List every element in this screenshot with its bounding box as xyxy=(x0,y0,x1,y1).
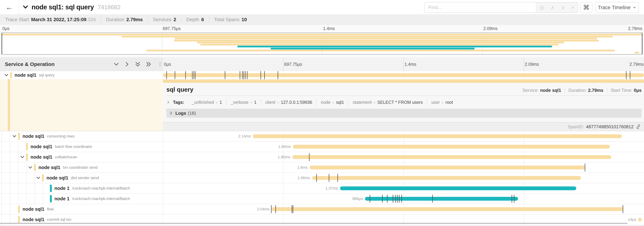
span-row[interactable]: node sql1sql query xyxy=(0,71,644,79)
minimap-right-scrubber[interactable] xyxy=(642,33,642,54)
span-bar-cell[interactable] xyxy=(163,71,644,79)
span-row[interactable]: node sql1batch flow coordinator1.84ms xyxy=(0,142,644,152)
tags-row[interactable]: Tags: _unfinished=1_verbose=1client=127.… xyxy=(166,98,642,106)
tag-item[interactable]: node=sql1 xyxy=(321,100,344,105)
log-marker xyxy=(271,205,272,213)
timeline-gridline xyxy=(524,194,524,204)
span-duration-label: 2.04ms xyxy=(257,207,270,211)
minimap-row xyxy=(2,42,642,43)
span-bar-cell[interactable]: 886μs xyxy=(163,194,644,204)
span-bar[interactable] xyxy=(340,186,576,190)
horizontal-scrollbar[interactable] xyxy=(0,223,627,224)
span-bar[interactable] xyxy=(312,176,581,180)
tag-item[interactable]: client=127.0.0.1:59936 xyxy=(265,100,312,105)
log-marker xyxy=(276,205,276,213)
span-tree-cell[interactable]: node sql1flow xyxy=(0,204,163,214)
span-row[interactable]: node 1/cockroach.roachpb.Internal/Batch8… xyxy=(0,194,644,204)
tree-guide xyxy=(2,162,2,172)
span-tree-cell[interactable]: node 1/cockroach.roachpb.Internal/Batch xyxy=(0,183,163,193)
span-tree-cell[interactable]: node 1/cockroach.roachpb.Internal/Batch xyxy=(0,194,163,204)
logs-row[interactable]: Logs (18) xyxy=(166,109,642,118)
collapse-span-chevron-icon[interactable] xyxy=(20,155,24,159)
copy-link-icon[interactable] xyxy=(636,124,641,129)
back-button[interactable]: ← xyxy=(0,0,19,14)
span-tree-content: node sql1consuming rows xyxy=(12,131,74,141)
span-bar[interactable] xyxy=(310,166,586,169)
minimap-row xyxy=(2,38,642,39)
span-bar[interactable] xyxy=(293,145,610,149)
tag-item[interactable]: _verbose=1 xyxy=(231,100,256,105)
log-marker xyxy=(395,195,396,203)
span-bar[interactable] xyxy=(638,218,642,221)
collapse-trace-chevron-icon[interactable] xyxy=(22,4,28,10)
span-row[interactable]: node 1/cockroach.roachpb.Internal/Batch1… xyxy=(0,183,644,194)
divider xyxy=(565,88,565,93)
minimap-canvas[interactable] xyxy=(2,33,642,55)
column-resize-grip[interactable] xyxy=(159,62,161,67)
collapse-span-chevron-icon[interactable] xyxy=(12,134,17,138)
span-bar-cell[interactable]: 2.14ms xyxy=(163,131,644,141)
tag-item[interactable]: user=root xyxy=(431,100,453,105)
collapse-span-chevron-icon[interactable] xyxy=(4,73,9,77)
span-bar[interactable] xyxy=(292,155,611,159)
span-bar-cell[interactable]: 1.85ms xyxy=(163,152,644,162)
span-duration-label: 2.14ms xyxy=(238,134,251,138)
span-bar-cell[interactable]: 1.56ms xyxy=(163,173,644,183)
collapse-span-chevron-icon[interactable] xyxy=(36,176,40,180)
span-row[interactable]: node sql1txn coordinator send1.6ms xyxy=(0,162,644,173)
span-tree-cell[interactable]: node sql1sql query xyxy=(0,71,163,79)
divider xyxy=(316,99,317,106)
log-marker xyxy=(630,71,630,79)
span-tree-cell[interactable]: node sql1consuming rows xyxy=(0,131,163,141)
minimap-left-scrubber[interactable] xyxy=(2,33,2,54)
trace-timeline-menu-button[interactable]: Trace Timeline xyxy=(595,2,639,13)
tag-item[interactable]: statement=SELECT * FROM users xyxy=(353,100,423,105)
span-bar[interactable] xyxy=(253,134,622,138)
span-bar-cell[interactable]: 2.04ms xyxy=(163,204,644,214)
expand-all-icon[interactable] xyxy=(146,61,152,67)
log-marker xyxy=(244,71,244,79)
collapse-all-icon[interactable] xyxy=(135,61,141,67)
axis-tick: 0μs xyxy=(164,62,171,67)
span-row[interactable]: node sql1consuming rows2.14ms xyxy=(0,131,644,142)
span-tree-cell[interactable]: node sql1txn coordinator send xyxy=(0,162,163,172)
span-row[interactable]: node sql1colbatchscan1.85ms xyxy=(0,152,644,162)
span-operation-name: consuming rows xyxy=(47,134,74,138)
keyboard-shortcuts-button[interactable]: ⌘ xyxy=(580,2,592,13)
span-detail-panel: sql query Service: node sql1 Duration: 2… xyxy=(163,79,644,131)
selected-span-bar[interactable] xyxy=(163,80,644,83)
span-bar-cell[interactable]: 1.37ms xyxy=(163,183,644,193)
next-match-icon[interactable]: ∨ xyxy=(561,5,565,10)
span-tree-cell[interactable]: node sql1colbatchscan xyxy=(0,152,163,162)
log-marker xyxy=(401,195,402,203)
clear-find-icon[interactable]: × xyxy=(572,5,575,10)
find-input[interactable] xyxy=(424,3,536,13)
log-marker xyxy=(309,153,310,161)
span-bar[interactable] xyxy=(163,73,644,77)
span-bar-cell[interactable]: 1.84ms xyxy=(163,142,644,152)
minimap-row xyxy=(2,50,642,51)
span-row[interactable]: node sql1flow2.04ms xyxy=(0,204,644,214)
timeline-header-row: Service & Operation 0μs 697.75μs 1.4ms 2… xyxy=(0,57,644,71)
span-tree-cell[interactable]: node sql1batch flow coordinator xyxy=(0,142,163,152)
span-bar[interactable] xyxy=(365,197,518,201)
minimap-row xyxy=(2,34,642,35)
span-bar[interactable] xyxy=(272,207,623,211)
prev-match-icon[interactable]: ∧ xyxy=(550,5,554,10)
span-bar-cell[interactable]: 1.6ms xyxy=(163,162,644,172)
equals-sign: = xyxy=(277,101,279,105)
span-tree-cell[interactable]: node sql1dist sender send xyxy=(0,173,163,183)
collapse-one-icon[interactable] xyxy=(113,61,119,67)
tree-guide xyxy=(2,173,2,183)
tree-guide xyxy=(10,162,10,172)
divider xyxy=(101,17,101,22)
tree-guide xyxy=(26,173,27,183)
expand-one-icon[interactable] xyxy=(124,61,130,67)
collapse-span-chevron-icon[interactable] xyxy=(28,165,32,170)
match-locate-icon[interactable]: ◎ xyxy=(539,5,544,10)
tag-item[interactable]: _unfinished=1 xyxy=(192,100,222,105)
tree-guide xyxy=(18,162,18,172)
tree-guide xyxy=(10,152,10,162)
span-row[interactable]: node sql1dist sender send1.56ms xyxy=(0,173,644,183)
tag-key: statement xyxy=(353,100,372,105)
